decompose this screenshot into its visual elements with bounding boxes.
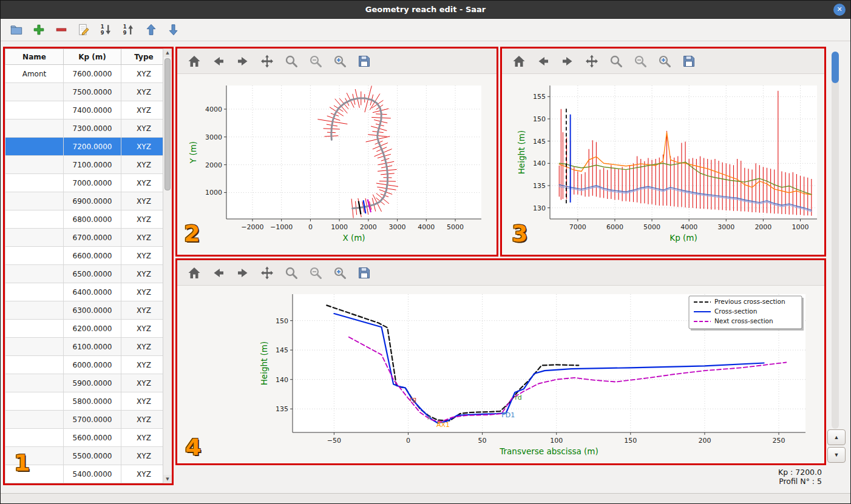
mpl-home-button[interactable] bbox=[185, 52, 204, 71]
mpl-pan-button[interactable] bbox=[257, 52, 277, 71]
table-row[interactable]: 7400.0000XYZ bbox=[5, 101, 163, 119]
table-row[interactable]: 6500.0000XYZ bbox=[5, 265, 163, 283]
table-row[interactable]: 6800.0000XYZ bbox=[5, 210, 163, 229]
svg-text:4000: 4000 bbox=[205, 106, 222, 113]
table-row[interactable]: 5700.0000XYZ bbox=[5, 411, 163, 429]
close-button[interactable]: ✕ bbox=[833, 4, 846, 16]
cross-section-list-panel: NameKp (m)TypeAmont7600.0000XYZ7500.0000… bbox=[3, 47, 174, 485]
remove-button[interactable] bbox=[53, 21, 70, 38]
svg-text:145: 145 bbox=[276, 346, 288, 354]
table-row[interactable]: 7100.0000XYZ bbox=[5, 156, 163, 174]
table-row[interactable]: 6100.0000XYZ bbox=[5, 338, 163, 356]
table-scrollbar[interactable]: ▲ ▼ bbox=[163, 49, 172, 483]
mpl-subplots-button[interactable] bbox=[631, 52, 650, 71]
mpl-home-button[interactable] bbox=[185, 263, 204, 283]
titlebar[interactable]: Geometry reach edit - Saar ✕ bbox=[1, 1, 850, 19]
status-bar bbox=[1, 493, 850, 503]
table-row[interactable]: 5600.0000XYZ bbox=[5, 429, 163, 447]
table-row[interactable]: 7500.0000XYZ bbox=[5, 83, 163, 101]
mpl-zoom-button[interactable] bbox=[282, 52, 301, 71]
app-window: Geometry reach edit - Saar ✕ 1919 NameKp… bbox=[0, 0, 851, 504]
mpl-zoom-button[interactable] bbox=[282, 263, 301, 283]
table-row[interactable]: 6900.0000XYZ bbox=[5, 192, 163, 210]
scroll-up-button[interactable]: ▲ bbox=[163, 49, 172, 57]
svg-text:50: 50 bbox=[478, 437, 487, 445]
svg-text:6000: 6000 bbox=[606, 223, 623, 231]
add-button[interactable] bbox=[30, 21, 47, 38]
mpl-pan-button[interactable] bbox=[582, 52, 602, 71]
plan-view-plot[interactable]: −2000−1000010002000300040005000100020003… bbox=[177, 74, 497, 255]
mpl-save-button[interactable] bbox=[679, 52, 699, 71]
table-scrollbar-thumb[interactable] bbox=[164, 58, 171, 190]
zoom-icon bbox=[609, 54, 623, 69]
customize-icon bbox=[333, 266, 347, 280]
svg-text:9: 9 bbox=[123, 30, 127, 36]
move-up-button[interactable] bbox=[143, 21, 160, 38]
sort-ascending-button[interactable]: 19 bbox=[120, 21, 137, 38]
table-row[interactable]: 6600.0000XYZ bbox=[5, 247, 163, 265]
profile-up-button[interactable]: ▲ bbox=[827, 429, 846, 445]
mpl-customize-button[interactable] bbox=[330, 52, 350, 71]
svg-text:250: 250 bbox=[773, 437, 785, 445]
pan-icon bbox=[585, 54, 599, 69]
mpl-pan-button[interactable] bbox=[257, 263, 277, 283]
customize-icon bbox=[333, 54, 347, 69]
mpl-back-button[interactable] bbox=[534, 52, 553, 71]
plan-view-panel: −2000−1000010002000300040005000100020003… bbox=[175, 47, 498, 257]
table-row[interactable]: 5900.0000XYZ bbox=[5, 374, 163, 392]
svg-text:9: 9 bbox=[101, 30, 104, 36]
svg-text:AX1: AX1 bbox=[436, 421, 450, 429]
svg-text:5000: 5000 bbox=[643, 223, 660, 231]
scroll-down-button[interactable]: ▼ bbox=[163, 475, 172, 483]
longitudinal-view-plot[interactable]: 7000600050004000300020001000130135140145… bbox=[502, 74, 824, 255]
cross-section-plot[interactable]: −50050100150200250135140145150Transverse… bbox=[177, 286, 824, 463]
svg-text:1: 1 bbox=[101, 24, 104, 30]
column-header-0[interactable]: Name bbox=[5, 49, 64, 65]
svg-text:2000: 2000 bbox=[360, 223, 377, 231]
mpl-forward-button[interactable] bbox=[558, 52, 577, 71]
mpl-forward-button[interactable] bbox=[233, 263, 253, 283]
mpl-subplots-button[interactable] bbox=[306, 263, 325, 283]
mpl-zoom-button[interactable] bbox=[606, 52, 626, 71]
mpl-save-button[interactable] bbox=[354, 52, 374, 71]
profile-slider-thumb[interactable] bbox=[832, 52, 839, 83]
mpl-back-button[interactable] bbox=[209, 263, 228, 283]
table-row[interactable]: 5800.0000XYZ bbox=[5, 392, 163, 411]
status-profil: Profil N° : 5 bbox=[779, 477, 822, 486]
table-row[interactable]: 6200.0000XYZ bbox=[5, 320, 163, 338]
subplots-icon bbox=[633, 54, 648, 69]
svg-text:4000: 4000 bbox=[418, 223, 435, 231]
table-row[interactable]: Amont7600.0000XYZ bbox=[5, 65, 163, 83]
table-row[interactable]: 7200.0000XYZ bbox=[5, 138, 163, 156]
profile-slider[interactable] bbox=[832, 52, 839, 429]
table-row[interactable]: 6400.0000XYZ bbox=[5, 283, 163, 301]
table-row[interactable]: 7000.0000XYZ bbox=[5, 174, 163, 192]
mpl-forward-button[interactable] bbox=[233, 52, 253, 71]
svg-text:150: 150 bbox=[276, 317, 288, 325]
column-header-1[interactable]: Kp (m) bbox=[64, 49, 121, 65]
save-icon bbox=[357, 54, 371, 69]
table-row[interactable]: 6000.0000XYZ bbox=[5, 356, 163, 374]
mpl-home-button[interactable] bbox=[509, 52, 529, 71]
edit-button[interactable] bbox=[75, 21, 92, 38]
sort-descending-button[interactable]: 19 bbox=[98, 21, 115, 38]
mpl-back-button[interactable] bbox=[209, 52, 228, 71]
profile-down-button[interactable]: ▼ bbox=[827, 447, 846, 463]
svg-text:2000: 2000 bbox=[205, 161, 222, 169]
open-icon bbox=[10, 23, 23, 36]
table-row[interactable]: 6300.0000XYZ bbox=[5, 301, 163, 320]
move-down-button[interactable] bbox=[165, 21, 182, 38]
svg-text:100: 100 bbox=[550, 437, 563, 445]
svg-text:Kp (m): Kp (m) bbox=[670, 233, 697, 243]
table-row[interactable]: 7300.0000XYZ bbox=[5, 119, 163, 138]
cross-section-view-panel: −50050100150200250135140145150Transverse… bbox=[175, 258, 826, 465]
mpl-customize-button[interactable] bbox=[655, 52, 674, 71]
column-header-2[interactable]: Type bbox=[121, 49, 163, 65]
svg-text:150: 150 bbox=[533, 115, 546, 123]
table-row[interactable]: 6700.0000XYZ bbox=[5, 229, 163, 247]
mpl-customize-button[interactable] bbox=[330, 263, 350, 283]
open-button[interactable] bbox=[8, 21, 25, 38]
mpl-save-button[interactable] bbox=[354, 263, 374, 283]
mpl-subplots-button[interactable] bbox=[306, 52, 325, 71]
sort-ascending-icon: 19 bbox=[122, 23, 135, 36]
